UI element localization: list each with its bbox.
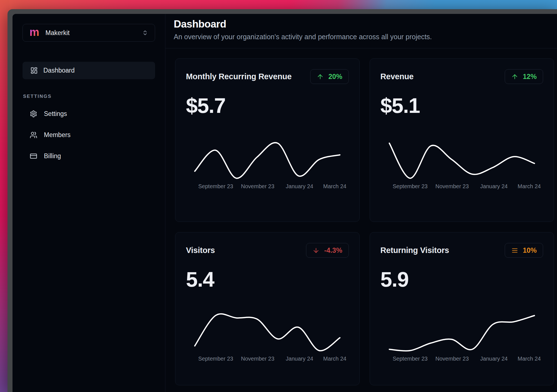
- trend-value: -4.3%: [324, 246, 342, 254]
- settings-nav: Settings Members Billing: [23, 103, 155, 167]
- sidebar-item-label: Billing: [44, 152, 61, 160]
- x-tick: September 23: [393, 183, 428, 190]
- x-tick: November 23: [436, 183, 469, 190]
- card-monthly-recurring-revenue: Monthly Recurring Revenue 20% $5.7: [175, 58, 360, 222]
- sidebar-item-settings[interactable]: Settings: [23, 103, 155, 124]
- card-returning-visitors: Returning Visitors 10% 5.9: [370, 232, 554, 385]
- sparkline-svg: [388, 313, 536, 354]
- x-tick: January 24: [480, 356, 508, 362]
- x-tick: March 24: [518, 356, 541, 362]
- trend-value: 20%: [328, 73, 342, 81]
- x-axis-ticks: September 23 November 23 January 24 Marc…: [193, 183, 342, 190]
- trend-badge: 20%: [310, 69, 349, 84]
- sidebar-item-billing[interactable]: Billing: [23, 145, 155, 167]
- card-header: Revenue 12%: [381, 69, 543, 84]
- makerkit-logo: m: [29, 28, 39, 36]
- metric-value: $5.7: [186, 93, 349, 118]
- page-subtitle: An overview of your organization's activ…: [174, 33, 546, 41]
- sidebar-item-label: Settings: [44, 110, 67, 118]
- arrow-up-icon: [511, 73, 518, 80]
- trend-badge: 12%: [505, 69, 543, 84]
- x-axis-ticks: September 23 November 23 January 24 Marc…: [193, 356, 342, 363]
- x-tick: March 24: [323, 183, 346, 190]
- sidebar-section-settings: SETTINGS: [23, 94, 155, 99]
- x-tick: January 24: [286, 183, 313, 190]
- card-title: Returning Visitors: [381, 246, 449, 255]
- menu-lines-icon: [511, 247, 518, 254]
- stats-grid: Monthly Recurring Revenue 20% $5.7: [175, 58, 554, 385]
- sparkline-svg: [388, 140, 536, 182]
- card-revenue: Revenue 12% $5.1: [370, 58, 554, 222]
- chevrons-up-down-icon: [142, 30, 148, 36]
- users-icon: [30, 131, 37, 139]
- credit-card-icon: [30, 152, 37, 160]
- card-header: Returning Visitors 10%: [381, 243, 543, 258]
- sparkline-chart: September 23 November 23 January 24 Marc…: [186, 313, 349, 363]
- sidebar-item-label: Dashboard: [43, 67, 75, 74]
- sidebar: m Makerkit Dashboard SETTINGS Setti: [13, 14, 165, 392]
- workspace-selector[interactable]: m Makerkit: [23, 24, 155, 42]
- card-title: Revenue: [381, 72, 414, 81]
- sidebar-item-label: Members: [44, 131, 71, 139]
- arrow-down-icon: [312, 247, 320, 254]
- app-content: m Makerkit Dashboard SETTINGS Setti: [13, 14, 557, 392]
- x-tick: March 24: [323, 356, 346, 362]
- metric-value: 5.4: [186, 267, 349, 291]
- layout-dashboard-icon: [30, 67, 38, 74]
- workspace-name: Makerkit: [46, 29, 136, 37]
- trend-badge: -4.3%: [306, 243, 349, 258]
- trend-value: 12%: [523, 73, 537, 81]
- x-tick: March 24: [518, 183, 541, 190]
- card-title: Monthly Recurring Revenue: [186, 72, 292, 81]
- dashboard-content: Monthly Recurring Revenue 20% $5.7: [165, 48, 557, 392]
- gear-icon: [30, 110, 37, 118]
- x-tick: September 23: [393, 356, 428, 362]
- x-axis-ticks: September 23 November 23 January 24 Marc…: [388, 183, 536, 190]
- sidebar-item-members[interactable]: Members: [23, 124, 155, 145]
- page-title: Dashboard: [174, 18, 546, 30]
- card-title: Visitors: [186, 246, 215, 255]
- metric-value: 5.9: [381, 267, 543, 291]
- x-tick: September 23: [198, 356, 233, 362]
- x-tick: November 23: [436, 356, 469, 362]
- x-axis-ticks: September 23 November 23 January 24 Marc…: [388, 356, 536, 363]
- card-visitors: Visitors -4.3% 5.4: [175, 232, 360, 385]
- page-header: Dashboard An overview of your organizati…: [165, 14, 557, 48]
- app-window: m Makerkit Dashboard SETTINGS Setti: [8, 9, 557, 392]
- main-area: Dashboard An overview of your organizati…: [165, 14, 557, 392]
- arrow-up-icon: [317, 73, 324, 80]
- sparkline-svg: [193, 140, 342, 182]
- x-tick: November 23: [241, 183, 274, 190]
- x-tick: September 23: [198, 183, 233, 190]
- x-tick: January 24: [480, 183, 508, 190]
- trend-badge: 10%: [505, 243, 543, 258]
- sparkline-chart: September 23 November 23 January 24 Marc…: [381, 140, 543, 190]
- trend-value: 10%: [523, 246, 537, 254]
- metric-value: $5.1: [381, 93, 543, 118]
- card-header: Visitors -4.3%: [186, 243, 349, 258]
- sidebar-item-dashboard[interactable]: Dashboard: [23, 62, 155, 79]
- x-tick: January 24: [286, 356, 313, 362]
- sparkline-svg: [193, 313, 342, 354]
- sparkline-chart: September 23 November 23 January 24 Marc…: [381, 313, 543, 363]
- x-tick: November 23: [241, 356, 274, 362]
- sparkline-chart: September 23 November 23 January 24 Marc…: [186, 140, 349, 190]
- card-header: Monthly Recurring Revenue 20%: [186, 69, 349, 84]
